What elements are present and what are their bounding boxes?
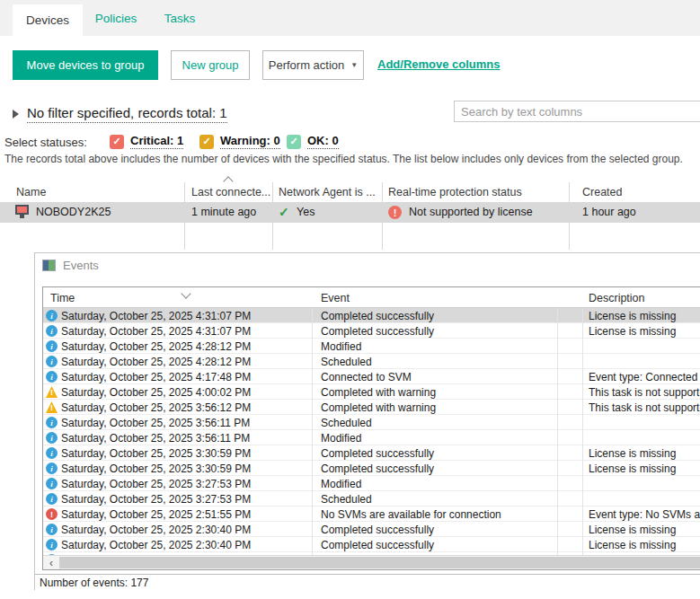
column-divider[interactable] — [557, 287, 558, 555]
events-rows: iSaturday, October 25, 2025 4:31:07 PMCo… — [43, 308, 700, 556]
event-row[interactable]: iSaturday, October 25, 2025 4:31:07 PMCo… — [43, 308, 700, 323]
event-time: Saturday, October 25, 2025 2:30:40 PM — [61, 539, 251, 551]
event-description: Event type: Connected to — [589, 371, 700, 383]
event-row[interactable]: !Saturday, October 25, 2025 4:00:02 PMCo… — [43, 384, 700, 400]
events-table-header: Time Event Description — [43, 287, 700, 308]
event-name: Modified — [321, 432, 361, 445]
event-row[interactable]: iSaturday, October 25, 2025 3:30:59 PMCo… — [43, 445, 700, 461]
perform-action-button[interactable]: Perform action ▼ — [262, 50, 364, 80]
event-row[interactable]: iSaturday, October 25, 2025 3:56:11 PMSc… — [43, 415, 700, 430]
move-devices-to-group-button[interactable]: Move devices to group — [13, 50, 158, 80]
event-description: License is missing — [589, 325, 676, 338]
event-row[interactable]: iSaturday, October 25, 2025 4:28:12 PMSc… — [43, 354, 700, 369]
event-name: Modified — [321, 340, 361, 353]
event-row[interactable]: iSaturday, October 25, 2025 4:31:07 PMCo… — [43, 323, 700, 339]
status-warning-checkbox[interactable]: ✓ Warning: 0 — [199, 134, 280, 149]
new-group-button[interactable]: New group — [171, 50, 250, 80]
event-description: This task is not supported — [589, 386, 700, 399]
devices-col-name[interactable]: Name — [16, 186, 46, 198]
events-col-time[interactable]: Time — [50, 292, 75, 304]
checkmark-icon: ✓ — [279, 205, 289, 219]
filter-summary[interactable]: No filter specified, records total: 1 — [13, 105, 227, 123]
ok-label: OK: 0 — [307, 134, 339, 149]
status-note: The records total above includes the num… — [4, 153, 683, 165]
column-divider[interactable] — [312, 287, 313, 555]
events-table: Time Event Description iSaturday, Octobe… — [42, 286, 700, 570]
warning-checkbox-icon: ✓ — [199, 135, 214, 149]
event-name: Connected to SVM — [321, 371, 412, 383]
info-icon: i — [46, 356, 58, 367]
event-name: Completed with warning — [321, 401, 436, 414]
event-row[interactable]: iSaturday, October 25, 2025 2:30:40 PMCo… — [43, 522, 700, 537]
device-monitor-icon — [15, 205, 29, 215]
add-remove-columns-link[interactable]: Add/Remove columns — [377, 57, 501, 71]
event-row[interactable]: !Saturday, October 25, 2025 3:56:12 PMCo… — [43, 400, 700, 415]
device-last-connected: 1 minute ago — [191, 206, 256, 218]
event-name: Completed with warning — [321, 386, 436, 399]
info-icon: i — [46, 340, 58, 352]
event-description: License is missing — [589, 524, 676, 536]
search-input[interactable] — [454, 101, 700, 122]
event-row[interactable]: iSaturday, October 25, 2025 3:27:53 PMSc… — [43, 491, 700, 507]
perform-action-label: Perform action — [269, 58, 345, 72]
events-col-event[interactable]: Event — [321, 292, 350, 304]
tab-devices[interactable]: Devices — [13, 4, 83, 36]
event-description: License is missing — [589, 539, 676, 551]
column-divider[interactable] — [582, 287, 583, 555]
event-time: Saturday, October 25, 2025 3:27:53 PM — [61, 493, 251, 506]
event-name: Completed successfully — [321, 325, 434, 338]
event-row[interactable]: iSaturday, October 25, 2025 4:17:48 PMCo… — [43, 369, 700, 384]
sort-up-icon — [223, 176, 233, 186]
devices-col-created[interactable]: Created — [582, 186, 622, 198]
event-row[interactable]: !Saturday, October 25, 2025 2:51:55 PMNo… — [43, 507, 700, 522]
scrollbar-thumb[interactable] — [59, 557, 700, 568]
event-time: Saturday, October 25, 2025 3:27:53 PM — [61, 478, 251, 490]
critical-checkbox-icon: ✓ — [110, 135, 124, 149]
event-time: Saturday, October 25, 2025 3:30:59 PM — [61, 462, 251, 475]
info-icon: i — [46, 417, 58, 428]
events-panel: Events Time Event Description iSaturday,… — [34, 252, 700, 590]
select-statuses-label: Select statuses: — [4, 136, 87, 149]
info-icon: i — [46, 432, 58, 444]
event-name: Scheduled — [321, 356, 372, 368]
device-created-value: 1 hour ago — [582, 206, 636, 218]
devices-col-network-agent[interactable]: Network Agent is ... — [279, 186, 376, 198]
warning-label: Warning: 0 — [220, 134, 280, 149]
events-col-description[interactable]: Description — [589, 292, 645, 304]
exclamation-icon: ! — [388, 206, 402, 219]
devices-col-protection[interactable]: Real-time protection status — [388, 186, 522, 198]
devices-console: Devices Policies Tasks Move devices to g… — [0, 0, 700, 599]
event-name: Completed successfully — [321, 539, 434, 551]
tab-policies[interactable]: Policies — [90, 0, 142, 36]
event-name: Completed successfully — [321, 310, 434, 322]
events-panel-header[interactable]: Events — [42, 259, 99, 272]
event-description: License is missing — [589, 310, 676, 322]
horizontal-scrollbar[interactable]: ‹ — [43, 555, 700, 569]
info-icon: i — [46, 325, 58, 337]
event-time: Saturday, October 25, 2025 2:51:55 PM — [61, 508, 251, 521]
device-protection-value: Not supported by license — [409, 206, 533, 218]
event-time: Saturday, October 25, 2025 2:30:40 PM — [61, 524, 251, 536]
event-time: Saturday, October 25, 2025 3:30:59 PM — [61, 447, 251, 460]
status-critical-checkbox[interactable]: ✓ Critical: 1 — [110, 134, 183, 149]
event-row[interactable]: iSaturday, October 25, 2025 3:56:11 PMMo… — [43, 430, 700, 445]
status-ok-checkbox[interactable]: ✓ OK: 0 — [287, 134, 339, 149]
event-description: License is missing — [589, 447, 676, 460]
event-row[interactable]: iSaturday, October 25, 2025 4:28:12 PMMo… — [43, 339, 700, 354]
warning-icon: ! — [46, 386, 58, 398]
info-icon: i — [46, 539, 58, 551]
info-icon: i — [46, 371, 58, 383]
event-description: Event type: No SVMs are — [589, 508, 700, 521]
event-row[interactable]: iSaturday, October 25, 2025 3:30:59 PMCo… — [43, 461, 700, 476]
event-time: Saturday, October 25, 2025 3:56:11 PM — [61, 432, 250, 445]
event-row[interactable]: iSaturday, October 25, 2025 2:30:40 PMCo… — [43, 537, 700, 552]
tab-tasks[interactable]: Tasks — [158, 0, 201, 36]
event-row[interactable]: iSaturday, October 25, 2025 3:27:53 PMMo… — [43, 476, 700, 491]
event-name: Completed successfully — [321, 524, 434, 536]
info-icon: i — [46, 478, 58, 489]
critical-icon: ! — [46, 508, 58, 520]
devices-col-last-connected[interactable]: Last connecte... — [191, 186, 270, 198]
scroll-left-icon[interactable]: ‹ — [45, 556, 58, 569]
event-time: Saturday, October 25, 2025 4:31:07 PM — [61, 310, 251, 322]
device-row[interactable]: NOBODY2K25 1 minute ago ✓ Yes ! Not supp… — [0, 202, 700, 223]
